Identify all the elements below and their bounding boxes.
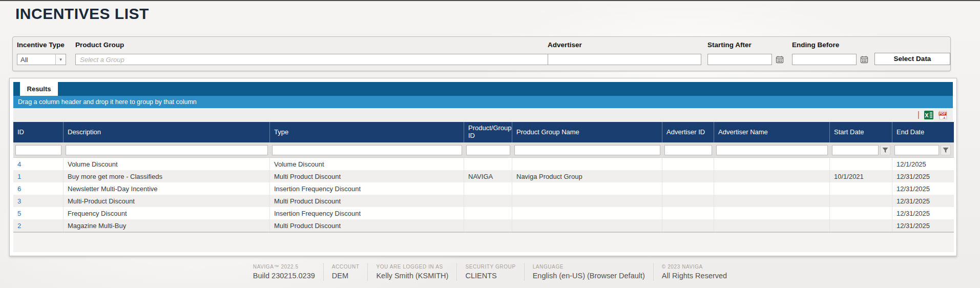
pdf-export-icon[interactable]: PDFA xyxy=(938,111,948,120)
page-title: INCENTIVES LIST xyxy=(15,5,149,23)
calendar-icon[interactable] xyxy=(775,54,785,65)
cell-description: Multi-Product Discount xyxy=(64,195,270,207)
cell-pg_name xyxy=(512,195,662,207)
svg-text:PDF: PDF xyxy=(939,112,946,115)
cell-type: Multi Product Discount xyxy=(270,170,464,182)
column-header-adv_name[interactable]: Advertiser Name xyxy=(714,122,830,142)
starting-after-input[interactable] xyxy=(707,54,772,65)
incentive-id-link[interactable]: 6 xyxy=(13,182,64,195)
filter-funnel-icon[interactable] xyxy=(880,145,890,155)
filter-input-pg_name[interactable] xyxy=(514,145,660,155)
group-by-dropzone[interactable]: Drag a column header and drop it here to… xyxy=(13,96,953,108)
filter-input-adv_name[interactable] xyxy=(716,145,828,155)
cell-pg_id xyxy=(464,195,512,207)
cell-start: 10/1/2021 xyxy=(830,170,892,182)
cell-pg_name xyxy=(512,207,662,219)
cell-pg_name: Naviga Product Group xyxy=(512,170,662,182)
cell-type: Multi Product Discount xyxy=(270,195,464,207)
cell-adv_id xyxy=(662,158,714,170)
filter-input-start[interactable] xyxy=(832,145,879,155)
column-header-start[interactable]: Start Date xyxy=(830,122,892,142)
footer-item-label: © 2023 NAVIGA xyxy=(662,264,727,270)
results-grid: IDDescriptionTypeProduct/Group IDProduct… xyxy=(13,122,954,252)
cell-end: 12/31/2025 xyxy=(892,195,953,207)
filter-input-end[interactable] xyxy=(894,145,939,155)
footer-item-value: CLIENTS xyxy=(465,272,515,280)
cell-type: Multi Product Discount xyxy=(270,219,464,232)
filter-funnel-icon[interactable] xyxy=(941,145,951,155)
advertiser-label: Advertiser xyxy=(548,41,582,49)
excel-export-icon[interactable]: X xyxy=(924,111,933,120)
incentive-id-link[interactable]: 5 xyxy=(13,207,64,219)
cell-adv_id xyxy=(662,207,714,219)
footer-item-label: NAVIGA™ 2022.5 xyxy=(253,264,315,270)
footer-item-value: English (en-US) (Browser Default) xyxy=(533,272,645,280)
cell-adv_name xyxy=(714,195,830,207)
ending-before-label: Ending Before xyxy=(792,41,839,49)
filter-cell-end xyxy=(892,142,953,157)
filter-cell-adv_name xyxy=(714,142,830,157)
cell-pg_name xyxy=(512,182,662,195)
cell-description: Magazine Multi-Buy xyxy=(64,219,270,232)
table-row: 5Frequency DiscountInsertion Frequency D… xyxy=(13,207,954,219)
footer-item: SECURITY GROUPCLIENTS xyxy=(457,263,524,281)
table-row: 1Buy more get more - ClassifiedsMulti Pr… xyxy=(13,170,954,182)
chevron-down-icon[interactable]: ▾ xyxy=(55,54,66,65)
filter-cell-pg_id xyxy=(464,142,512,157)
filter-cell-id xyxy=(13,142,64,157)
incentive-type-select[interactable]: All ▾ xyxy=(17,54,66,65)
column-header-description[interactable]: Description xyxy=(64,122,270,142)
incentive-id-link[interactable]: 4 xyxy=(13,158,64,170)
footer-item-label: SECURITY GROUP xyxy=(465,264,515,270)
cell-start xyxy=(830,158,892,170)
incentive-id-link[interactable]: 1 xyxy=(13,170,64,182)
cell-adv_name xyxy=(714,219,830,232)
cell-pg_id xyxy=(464,158,512,170)
table-row: 2Magazine Multi-BuyMulti Product Discoun… xyxy=(13,219,954,232)
advertiser-input[interactable] xyxy=(548,54,701,65)
footer-item-value: DEM xyxy=(332,272,360,280)
calendar-icon[interactable] xyxy=(859,54,869,65)
table-row: 3Multi-Product DiscountMulti Product Dis… xyxy=(13,195,954,207)
column-header-pg_id[interactable]: Product/Group ID xyxy=(464,122,512,142)
cell-start xyxy=(830,219,892,232)
cell-adv_id xyxy=(662,195,714,207)
cell-description: Newsletter Multi-Day Incentive xyxy=(64,182,270,195)
incentive-id-link[interactable]: 2 xyxy=(13,219,64,232)
column-header-end[interactable]: End Date xyxy=(892,122,953,142)
cell-description: Volume Discount xyxy=(64,158,270,170)
results-tabstrip: Results xyxy=(13,82,953,96)
results-panel: Results Drag a column header and drop it… xyxy=(9,78,957,256)
filter-input-id[interactable] xyxy=(15,145,61,155)
product-group-label: Product Group xyxy=(75,41,124,49)
cell-adv_id xyxy=(662,219,714,232)
grid-body: 4Volume DiscountVolume Discount12/1/2025… xyxy=(13,158,954,232)
filter-input-adv_id[interactable] xyxy=(664,145,712,155)
svg-text:X: X xyxy=(925,112,929,118)
grid-header-row: IDDescriptionTypeProduct/Group IDProduct… xyxy=(13,122,954,142)
footer-item-value: All Rights Reserved xyxy=(662,272,727,280)
incentive-id-link[interactable]: 3 xyxy=(13,195,64,207)
filter-input-description[interactable] xyxy=(66,145,268,155)
product-group-combobox[interactable]: Select a Group ▾ xyxy=(75,54,554,65)
filter-input-pg_id[interactable] xyxy=(466,145,510,155)
incentive-type-value: All xyxy=(17,56,55,64)
filter-cell-adv_id xyxy=(662,142,714,157)
footer-item: YOU ARE LOGGED IN ASKelly Smith (KSMITH) xyxy=(368,263,457,281)
column-header-adv_id[interactable]: Advertiser ID xyxy=(662,122,714,142)
filter-cell-type xyxy=(270,142,464,157)
column-header-pg_name[interactable]: Product Group Name xyxy=(512,122,662,142)
column-header-id[interactable]: ID xyxy=(13,122,64,142)
table-row: 6Newsletter Multi-Day IncentiveInsertion… xyxy=(13,182,954,195)
cell-description: Frequency Discount xyxy=(64,207,270,219)
cell-adv_name xyxy=(714,207,830,219)
filter-cell-description xyxy=(64,142,270,157)
select-data-button[interactable]: Select Data xyxy=(874,53,950,65)
cell-adv_name xyxy=(714,158,830,170)
column-header-type[interactable]: Type xyxy=(270,122,464,142)
filter-input-type[interactable] xyxy=(272,145,462,155)
ending-before-input[interactable] xyxy=(792,54,857,65)
cell-pg_id xyxy=(464,219,512,232)
tab-results[interactable]: Results xyxy=(20,82,58,96)
product-group-placeholder: Select a Group xyxy=(76,56,544,64)
